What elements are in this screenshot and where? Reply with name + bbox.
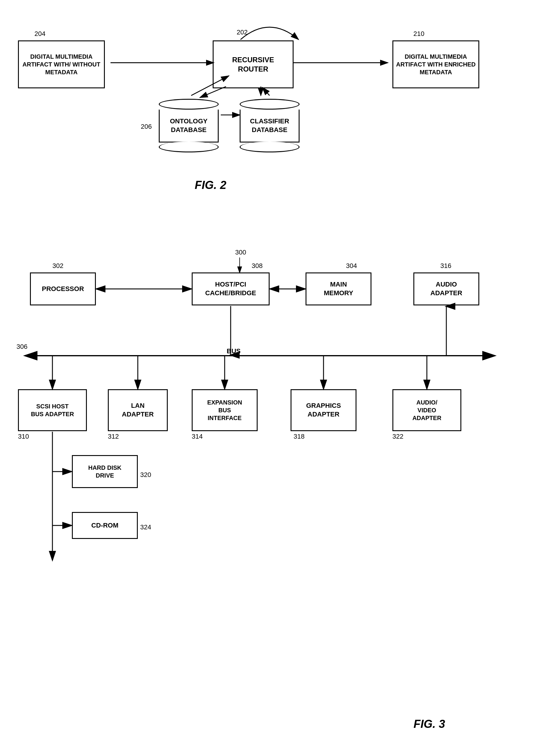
label-302: 302 (52, 262, 64, 270)
fig2-diagram: 204 202 210 206 208 DIGITAL MULTIMEDIA A… (0, 12, 535, 198)
audio-video-box: AUDIO/VIDEOADAPTER (392, 389, 461, 431)
fig2-label: FIG. 2 (195, 179, 226, 192)
label-310: 310 (18, 433, 29, 441)
fig3-diagram: 300 302 308 304 316 306 PROCESSOR HOST/P… (0, 233, 535, 742)
scsi-box: SCSI HOSTBUS ADAPTER (18, 389, 87, 431)
label-204: 204 (35, 30, 45, 38)
fig3-arrows: BUS (0, 233, 535, 742)
label-206: 206 (141, 123, 152, 130)
label-320: 320 (140, 471, 151, 479)
artifact-out-box: DIGITAL MULTIMEDIA ARTIFACT WITH ENRICHE… (392, 40, 479, 88)
cd-rom-box: CD-ROM (72, 512, 138, 539)
classifier-db-cylinder: CLASSIFIERDATABASE (239, 99, 299, 152)
main-memory-box: MAINMEMORY (305, 272, 372, 305)
label-316: 316 (440, 262, 451, 270)
hard-disk-box: HARD DISKDRIVE (72, 455, 138, 488)
ontology-db-cylinder: ONTOLOGYDATABASE (159, 99, 219, 152)
expansion-box: EXPANSIONBUSINTERFACE (192, 389, 258, 431)
lan-box: LANADAPTER (108, 389, 168, 431)
audio-adapter-box: AUDIOADAPTER (413, 272, 479, 305)
svg-text:BUS: BUS (227, 347, 240, 355)
label-306: 306 (16, 343, 28, 351)
recursive-router-box: RECURSIVEROUTER (213, 40, 294, 88)
fig3-label: FIG. 3 (413, 718, 445, 731)
label-300: 300 (235, 249, 246, 256)
label-202: 202 (237, 28, 248, 36)
label-312: 312 (108, 433, 119, 441)
label-308: 308 (252, 262, 263, 270)
page-container: 204 202 210 206 208 DIGITAL MULTIMEDIA A… (0, 0, 535, 756)
label-322: 322 (392, 433, 404, 441)
label-304: 304 (346, 262, 357, 270)
label-318: 318 (294, 433, 305, 441)
svg-line-5 (263, 88, 269, 95)
processor-box: PROCESSOR (30, 272, 96, 305)
label-314: 314 (192, 433, 203, 441)
graphics-box: GRAPHICSADAPTER (291, 389, 356, 431)
host-pci-box: HOST/PCICACHE/BRIDGE (192, 272, 269, 305)
artifact-in-box: DIGITAL MULTIMEDIA ARTIFACT WITH/ WITHOU… (18, 40, 105, 88)
label-324: 324 (140, 523, 151, 531)
label-210: 210 (413, 30, 424, 38)
